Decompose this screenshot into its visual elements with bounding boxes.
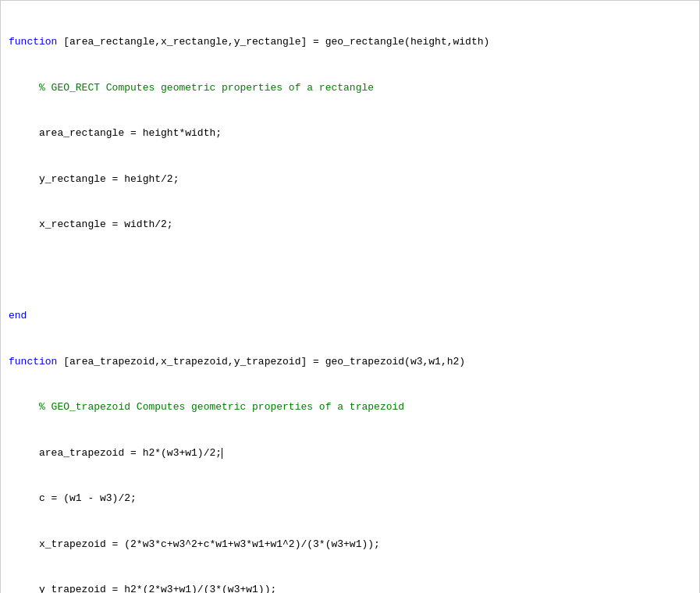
line-7: end xyxy=(9,308,691,324)
line-4: y_rectangle = height/2; xyxy=(9,172,691,187)
line-5: x_rectangle = width/2; xyxy=(9,217,691,233)
line-3: area_rectangle = height*width; xyxy=(9,126,691,141)
line-11: c = (w1 - w3)/2; xyxy=(9,491,691,506)
line-1: function [area_rectangle,x_rectangle,y_r… xyxy=(9,34,691,50)
line-9: % GEO_trapezoid Computes geometric prope… xyxy=(9,399,691,415)
line-12: x_trapezoid = (2*w3*c+w3^2+c*w1+w3*w1+w1… xyxy=(9,537,691,552)
line-2: % GEO_RECT Computes geometric properties… xyxy=(9,80,691,96)
code-content: function [area_rectangle,x_rectangle,y_r… xyxy=(1,4,699,593)
line-8: function [area_trapezoid,x_trapezoid,y_t… xyxy=(9,354,691,370)
line-6 xyxy=(9,263,691,279)
line-10: area_trapezoid = h2*(w3+w1)/2; xyxy=(9,446,691,461)
line-13: y_trapezoid = h2*(2*w3+w1)/(3*(w3+w1)); xyxy=(9,582,691,593)
code-editor[interactable]: function [area_rectangle,x_rectangle,y_r… xyxy=(0,0,700,593)
